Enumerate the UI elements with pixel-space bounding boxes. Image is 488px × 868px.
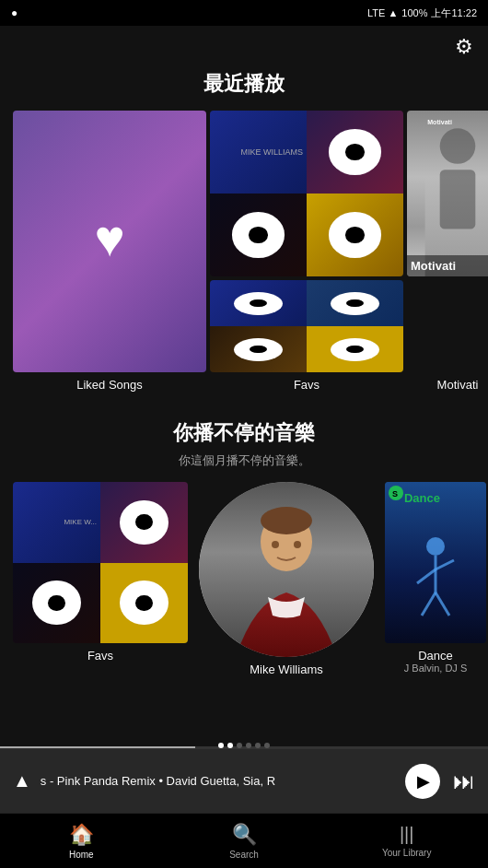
skip-button[interactable]: ⏭: [453, 768, 475, 794]
fp-tile-4: [100, 563, 188, 644]
favs-tile-2: [307, 111, 403, 194]
library-label: Your Library: [382, 848, 432, 858]
favs-play-img: MIKE W...: [13, 482, 188, 643]
bottom-nav: 🏠 Home 🔍 Search ||| Your Library: [0, 813, 488, 868]
favs-tile-1: MIKE WILLIAMS: [210, 111, 307, 194]
now-playing-controls: ▶ ⏭: [405, 764, 475, 799]
nav-search[interactable]: 🔍 Search: [163, 814, 326, 868]
favs-b-tile-4: [307, 326, 403, 372]
you-play-title: 你播不停的音樂: [13, 419, 475, 447]
battery-indicator: 100%: [401, 7, 427, 18]
fp-tile-3: [13, 563, 100, 644]
svg-text:S: S: [392, 489, 398, 499]
home-label: Home: [69, 850, 94, 860]
dance-card-img: Dance S: [385, 482, 486, 643]
recent-labels: Liked Songs Favs Motivati: [0, 372, 488, 392]
favs-play-card[interactable]: MIKE W...: [13, 482, 188, 676]
now-playing-bar[interactable]: ▲ s - Pink Panda Remix • David Guetta, S…: [0, 748, 488, 813]
signal-indicator: LTE ▲: [367, 7, 398, 18]
motivati-label: Motivati: [407, 255, 488, 276]
play-icon: ▶: [417, 771, 430, 792]
svg-text:Dance: Dance: [404, 491, 440, 505]
play-button[interactable]: ▶: [405, 764, 440, 799]
svg-point-7: [272, 541, 279, 548]
you-play-subtitle: 你這個月播不停的音樂。: [13, 452, 475, 469]
favs-tile-4: [307, 194, 403, 276]
recent-title: 最近播放: [0, 70, 488, 98]
favs-recent-card[interactable]: MIKE WILLIAMS: [210, 111, 403, 276]
nav-home[interactable]: 🏠 Home: [0, 814, 163, 868]
svg-point-1: [440, 128, 476, 164]
favs-b-tile-1: [210, 280, 307, 326]
settings-icon[interactable]: ⚙: [455, 35, 473, 59]
now-playing-left: ▲ s - Pink Panda Remix • David Guetta, S…: [13, 770, 405, 792]
section-divider: [0, 392, 488, 419]
search-icon: 🔍: [232, 823, 257, 847]
cards-row: MIKE W...: [13, 482, 475, 676]
svg-point-6: [261, 507, 312, 534]
expand-icon[interactable]: ▲: [13, 770, 31, 792]
mike-williams-label: Mike Williams: [250, 663, 322, 676]
time-display: 上午11:22: [431, 6, 477, 20]
svg-text:Motivati: Motivati: [427, 119, 452, 125]
motivati-text: Motivati: [411, 259, 456, 273]
favs-tile-3: [210, 194, 307, 276]
heart-icon: ♥: [94, 208, 124, 268]
mike-williams-card[interactable]: Mike Williams: [199, 482, 374, 676]
now-playing-track: s - Pink Panda Remix • David Guetta, Sia…: [41, 774, 275, 788]
favs-card-label: Favs: [87, 649, 113, 663]
dance-label: Dance: [418, 649, 453, 663]
motivati-label-below: Motivati: [407, 378, 488, 392]
fp-tile-1: MIKE W...: [13, 482, 100, 563]
header-bar: ⚙: [0, 26, 488, 63]
liked-songs-label: Liked Songs: [13, 378, 206, 392]
fp-tile-2: [100, 482, 188, 563]
favs-bottom-card[interactable]: [210, 280, 403, 372]
motivati-card[interactable]: Motivati Motivati: [407, 111, 488, 276]
nav-library[interactable]: ||| Your Library: [325, 814, 488, 868]
motivati-figure: Motivati: [407, 111, 488, 276]
svg-rect-2: [440, 170, 476, 229]
recent-section: 最近播放 ♥ MIKE WILLIAMS: [0, 70, 488, 392]
dance-sublabel: J Balvin, DJ S: [404, 663, 467, 674]
spotify-logo: ●: [11, 6, 17, 19]
home-icon: 🏠: [69, 823, 94, 847]
svg-point-8: [294, 541, 301, 548]
favs-b-tile-3: [210, 326, 307, 372]
mike-williams-img: [199, 482, 374, 657]
now-playing-title: s - Pink Panda Remix • David Guetta, Sia…: [41, 774, 275, 788]
status-bar: ● LTE ▲ 100% 上午11:22: [0, 0, 488, 26]
library-icon: |||: [400, 824, 414, 845]
recent-grid: ♥ MIKE WILLIAMS: [0, 111, 488, 372]
dance-card[interactable]: Dance S Dance J Balvin, DJ S: [385, 482, 486, 676]
search-label: Search: [229, 850, 259, 860]
favs-b-tile-2: [307, 280, 403, 326]
svg-point-11: [426, 537, 445, 556]
favs-label: Favs: [210, 378, 403, 392]
you-play-section: 你播不停的音樂 你這個月播不停的音樂。 MIKE W...: [0, 419, 488, 676]
main-content: ⚙ 最近播放 ♥ MIKE WILLIAMS: [0, 26, 488, 693]
liked-songs-card[interactable]: ♥: [13, 111, 206, 372]
